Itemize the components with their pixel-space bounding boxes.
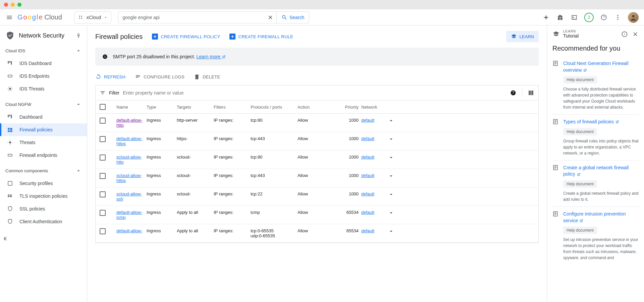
rule-ports: tcp:80 [249, 155, 296, 160]
row-checkbox[interactable] [100, 136, 106, 142]
row-checkbox[interactable] [100, 210, 106, 216]
expand-row-button[interactable] [387, 136, 404, 142]
row-checkbox[interactable] [100, 228, 106, 234]
rule-targets: https- [175, 136, 212, 141]
rule-name-link[interactable]: xcloud-allow-ssh [116, 191, 142, 201]
network-link[interactable]: default [361, 155, 374, 160]
svg-rect-15 [8, 115, 9, 117]
section-cloud-ngfw[interactable]: Cloud NGFW [0, 98, 87, 111]
expand-row-button[interactable] [387, 173, 404, 179]
recommendation-link[interactable]: Create a global network firewall policy [563, 165, 639, 178]
recommendation-desc: Choose a fully distributed firewall serv… [563, 86, 639, 110]
chevron-up-icon [75, 168, 82, 174]
refresh-button[interactable]: Refresh [95, 74, 125, 80]
maximize-window-icon[interactable] [17, 3, 21, 7]
nav-ids-endpoints[interactable]: IDS Endpoints [0, 70, 87, 82]
configure-logs-button[interactable]: Configure Logs [135, 74, 184, 80]
rule-type: Ingress [145, 155, 175, 160]
help-icon[interactable]: ? [600, 13, 608, 21]
network-link[interactable]: default [361, 136, 374, 141]
network-link[interactable]: default [361, 210, 374, 215]
avatar[interactable] [628, 12, 639, 23]
expand-row-button[interactable] [387, 210, 404, 216]
close-window-icon[interactable] [4, 3, 8, 7]
svg-rect-12 [11, 61, 12, 65]
project-picker[interactable]: xCloud [74, 11, 112, 23]
filter-label: Filter [109, 90, 119, 96]
select-all-checkbox[interactable] [100, 104, 106, 110]
svg-text:?: ? [603, 15, 605, 19]
nav-dashboard[interactable]: Dashboard [0, 111, 87, 123]
rule-ports: tcp:443 [249, 173, 296, 178]
pin-icon[interactable] [75, 33, 82, 39]
expand-row-button[interactable] [387, 228, 404, 234]
info-icon[interactable]: i [621, 31, 628, 38]
network-link[interactable]: default [361, 118, 374, 123]
learn-button[interactable]: Learn [506, 31, 539, 42]
rule-name-link[interactable]: xcloud-allow-http [116, 155, 142, 165]
nav-client-auth[interactable]: Client Authentication [0, 215, 87, 228]
table-row: default-allow-http Ingress http-server I… [96, 114, 538, 132]
svg-point-1 [81, 15, 82, 16]
gemini-icon[interactable] [542, 13, 550, 21]
nav-security-profiles[interactable]: Security profiles [0, 177, 87, 190]
rule-name-link[interactable]: default-allow-https [116, 136, 142, 146]
collapse-sidebar-icon[interactable] [3, 235, 9, 242]
cloud-shell-icon[interactable] [570, 13, 578, 21]
network-link[interactable]: default [361, 173, 374, 178]
nav-threats[interactable]: Threats [0, 136, 87, 149]
network-link[interactable]: default [361, 228, 374, 233]
expand-row-button[interactable] [387, 155, 404, 161]
svg-point-24 [9, 141, 11, 143]
section-cloud-ids[interactable]: Cloud IDS [0, 44, 87, 57]
gift-icon[interactable] [556, 13, 564, 21]
delete-button[interactable]: Delete [194, 74, 220, 80]
row-checkbox[interactable] [100, 155, 106, 161]
network-link[interactable]: default [361, 191, 374, 196]
recommendation-link[interactable]: Cloud Next Generation Firewall overview [563, 60, 639, 73]
expand-row-button[interactable] [387, 191, 404, 197]
minimize-window-icon[interactable] [11, 3, 15, 7]
google-cloud-logo[interactable]: GoogleCloud [17, 13, 62, 21]
row-checkbox[interactable] [100, 173, 106, 179]
rule-filters: IP ranges: [212, 210, 249, 215]
project-icon [78, 14, 84, 20]
rule-name-link[interactable]: default-allow- [116, 228, 142, 233]
nav-firewall-policies[interactable]: Firewall policies [0, 123, 87, 136]
filter-input[interactable] [123, 90, 506, 96]
row-checkbox[interactable] [100, 191, 106, 197]
search-button[interactable]: Search [276, 11, 309, 23]
clear-search-button[interactable] [264, 14, 276, 20]
nav-ssl-policies[interactable]: SSL policies [0, 202, 87, 215]
help-filter-icon[interactable]: ? [510, 89, 517, 96]
rule-name-link[interactable]: xcloud-allow-https [116, 173, 142, 183]
recommendation-desc: Create a global network firewall policy … [563, 190, 639, 202]
section-common-components[interactable]: Common components [0, 164, 87, 177]
rule-type: Ingress [145, 136, 175, 141]
search-input[interactable] [118, 15, 264, 20]
nav-tls-policies[interactable]: TLS inspection policies [0, 190, 87, 202]
rule-name-link[interactable]: default-allow-icmp [116, 210, 142, 220]
recommendation-link[interactable]: Configure intrusion prevention service [563, 211, 639, 224]
rule-action: Allow [296, 136, 336, 141]
rule-action: Allow [296, 155, 336, 160]
nav-ids-dashboard[interactable]: IDS Dashboard [0, 57, 87, 70]
recommendation-link[interactable]: Types of firewall policies [563, 119, 639, 125]
nav-firewall-endpoints[interactable]: Firewall endpoints [0, 149, 87, 162]
close-panel-icon[interactable] [632, 31, 639, 38]
row-checkbox[interactable] [100, 118, 106, 124]
rule-action: Allow [296, 191, 336, 196]
rule-name-link[interactable]: default-allow-http [116, 118, 142, 128]
svg-rect-22 [8, 131, 10, 132]
nav-menu-button[interactable] [5, 13, 13, 21]
more-icon[interactable] [614, 13, 622, 21]
learn-more-link[interactable]: Learn more [197, 54, 226, 59]
svg-point-7 [617, 17, 618, 18]
create-rule-button[interactable]: + Create Firewall Rule [229, 34, 293, 40]
create-policy-button[interactable]: + Create Firewall Policy [152, 34, 220, 40]
nav-ids-threats[interactable]: IDS Threats [0, 82, 87, 95]
notifications-badge[interactable]: 2 [584, 13, 594, 22]
columns-icon[interactable] [528, 89, 534, 96]
expand-row-button[interactable] [387, 118, 404, 124]
rule-priority: 1000 [336, 191, 360, 196]
